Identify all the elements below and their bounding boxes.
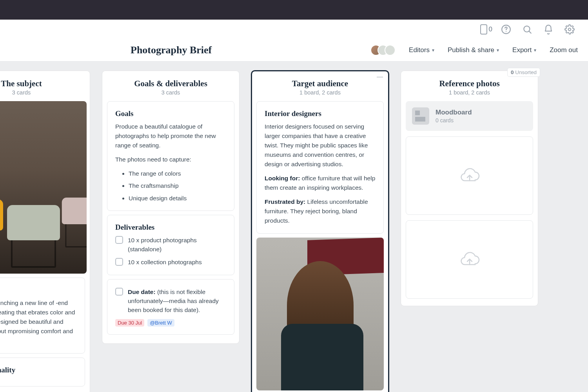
mention-tag[interactable]: @Brett W bbox=[147, 319, 174, 327]
chevron-down-icon: ▾ bbox=[432, 47, 434, 53]
column-subtitle: 1 board, 2 cards bbox=[256, 89, 384, 96]
list-item: Unique design details bbox=[129, 194, 226, 203]
card-due-date[interactable]: Due date: (this is not flexible unfortun… bbox=[107, 279, 234, 335]
publish-share-dropdown[interactable]: Publish & share ▾ bbox=[448, 46, 499, 54]
card-background[interactable]: ckground Form are launching a new line o… bbox=[0, 278, 85, 354]
checklist-label: 10 x product photographs (standalone) bbox=[128, 236, 226, 254]
column-reference-photos[interactable]: 0 Unsorted Reference photos 1 board, 2 c… bbox=[401, 71, 538, 306]
upload-cloud-icon bbox=[459, 167, 481, 185]
card-text: Produce a beautiful catalogue of photogr… bbox=[115, 122, 226, 150]
svg-line-3 bbox=[529, 31, 531, 33]
bullet-list: The range of colors The craftsmanship Un… bbox=[115, 169, 226, 203]
column-subtitle: 1 board, 2 cards bbox=[406, 89, 533, 96]
column-target-audience[interactable]: Target audience 1 board, 2 cards Interio… bbox=[252, 71, 388, 392]
card-image-person[interactable] bbox=[256, 238, 384, 390]
export-label: Export bbox=[512, 46, 532, 54]
due-tag[interactable]: Due 30 Jul bbox=[115, 319, 144, 327]
list-item: The craftsmanship bbox=[129, 181, 226, 190]
app-window: ef 0 Photography Brief Editors ▾ bbox=[0, 20, 588, 392]
chevron-down-icon: ▾ bbox=[534, 47, 536, 53]
editors-label: Editors bbox=[409, 46, 430, 54]
checklist-label: Due date: (this is not flexible unfortun… bbox=[128, 287, 226, 315]
column-title[interactable]: Goals & deliverables bbox=[107, 79, 234, 89]
export-dropdown[interactable]: Export ▾ bbox=[512, 46, 536, 54]
columns-row: The subject 3 cards ckground Form are la… bbox=[0, 71, 588, 392]
checkbox[interactable] bbox=[115, 236, 123, 244]
column-title[interactable]: The subject bbox=[0, 79, 85, 89]
topbar: 0 bbox=[0, 20, 588, 39]
card-deliverables[interactable]: Deliverables 10 x product photographs (s… bbox=[107, 215, 234, 275]
upload-dropzone[interactable] bbox=[406, 136, 533, 215]
card-heading: Deliverables bbox=[115, 223, 226, 232]
column-subtitle: 3 cards bbox=[0, 89, 85, 96]
card-interior-designers[interactable]: Interior designers Interior designers fo… bbox=[256, 101, 384, 234]
checklist-item[interactable]: Due date: (this is not flexible unfortun… bbox=[115, 287, 226, 315]
upload-cloud-icon bbox=[459, 250, 481, 269]
checkbox[interactable] bbox=[115, 288, 123, 296]
moodboard-card[interactable]: Moodboard 0 cards bbox=[406, 101, 533, 131]
moodboard-icon bbox=[412, 107, 429, 125]
column-subject[interactable]: The subject 3 cards ckground Form are la… bbox=[0, 71, 90, 392]
svg-point-1 bbox=[506, 31, 506, 32]
help-button[interactable] bbox=[499, 22, 514, 37]
card-text: Interior designers focused on serving la… bbox=[265, 122, 376, 169]
checkbox[interactable] bbox=[115, 258, 123, 266]
card-text: Looking for: office furniture that will … bbox=[265, 174, 376, 192]
gear-icon bbox=[564, 24, 575, 34]
zoom-out-label: Zoom out bbox=[550, 46, 578, 54]
collaborator-avatars[interactable] bbox=[370, 45, 396, 56]
upload-dropzone[interactable] bbox=[406, 220, 533, 299]
checklist-item[interactable]: 10 x collection photographs bbox=[115, 258, 226, 267]
mobile-preview-button[interactable]: 0 bbox=[480, 24, 492, 34]
editors-dropdown[interactable]: Editors ▾ bbox=[409, 46, 434, 54]
board-canvas[interactable]: The subject 3 cards ckground Form are la… bbox=[0, 62, 588, 392]
column-title[interactable]: Target audience bbox=[256, 79, 384, 89]
chevron-down-icon: ▾ bbox=[497, 47, 499, 53]
card-heading: Interior designers bbox=[265, 109, 376, 118]
list-item: The range of colors bbox=[129, 169, 226, 178]
card-heading: Goals bbox=[115, 109, 226, 118]
mobile-count-value: 0 bbox=[489, 25, 492, 33]
help-icon bbox=[501, 24, 511, 34]
search-button[interactable] bbox=[520, 22, 535, 37]
card-personality[interactable]: and personality bbox=[0, 358, 85, 387]
svg-point-4 bbox=[568, 28, 571, 31]
column-title[interactable]: Reference photos bbox=[406, 79, 533, 89]
bell-icon bbox=[543, 24, 554, 34]
moodboard-title: Moodboard bbox=[436, 109, 472, 116]
search-icon bbox=[522, 24, 532, 34]
checklist-item[interactable]: 10 x product photographs (standalone) bbox=[115, 236, 226, 254]
card-image-chairs[interactable] bbox=[0, 101, 87, 274]
checklist-label: 10 x collection photographs bbox=[128, 258, 202, 267]
card-text: Frustrated by: Lifeless uncomfortable fu… bbox=[265, 197, 376, 225]
moodboard-subtitle: 0 cards bbox=[436, 117, 472, 123]
publish-label: Publish & share bbox=[448, 46, 494, 54]
board-title[interactable]: Photography Brief bbox=[131, 44, 212, 56]
unsorted-badge[interactable]: 0 Unsorted bbox=[507, 68, 540, 77]
card-text: The photos need to capture: bbox=[115, 155, 226, 164]
avatar bbox=[385, 45, 396, 56]
settings-button[interactable] bbox=[562, 22, 577, 37]
card-text: Form are launching a new line of -end wo… bbox=[0, 298, 77, 345]
zoom-out-button[interactable]: Zoom out bbox=[550, 46, 578, 54]
card-goals[interactable]: Goals Produce a beautiful catalogue of p… bbox=[107, 101, 234, 211]
tag-row: Due 30 Jul @Brett W bbox=[115, 319, 226, 327]
card-heading: ckground bbox=[0, 286, 77, 294]
card-heading: and personality bbox=[0, 366, 77, 374]
column-goals[interactable]: Goals & deliverables 3 cards Goals Produ… bbox=[102, 71, 239, 343]
column-subtitle: 3 cards bbox=[107, 89, 234, 96]
phone-icon bbox=[480, 24, 487, 34]
board-header: Photography Brief Editors ▾ Publish & sh… bbox=[0, 39, 588, 62]
notifications-button[interactable] bbox=[541, 22, 556, 37]
